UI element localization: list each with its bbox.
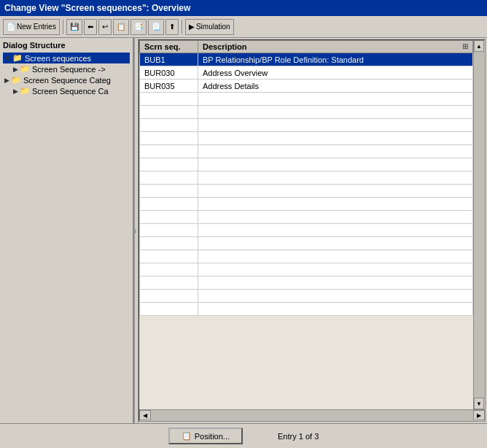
table-row[interactable] xyxy=(140,290,473,303)
table-row[interactable] xyxy=(140,250,473,263)
cell-description xyxy=(198,224,473,237)
cell-scrn-seq xyxy=(140,93,198,106)
table-row[interactable] xyxy=(140,93,473,106)
table-row[interactable] xyxy=(140,237,473,250)
upload-button[interactable]: ⬆ xyxy=(165,19,179,35)
paste-button[interactable]: 📃 xyxy=(148,19,164,35)
save2-button[interactable]: 📋 xyxy=(113,19,129,35)
table-row[interactable] xyxy=(140,106,473,119)
col-header-scrn-seq: Scrn seq. xyxy=(140,41,198,53)
folder-icon-4: 📁 xyxy=(20,86,30,96)
cell-scrn-seq xyxy=(140,132,198,145)
cell-scrn-seq xyxy=(140,158,198,171)
tree-item-screen-sequence-arrow[interactable]: ▶ 📁 Screen Sequence -> xyxy=(12,63,130,74)
dialog-structure-title: Dialog Structure xyxy=(3,41,130,50)
save-icon: 💾 xyxy=(70,23,79,31)
table-row[interactable] xyxy=(140,158,473,171)
toolbar-sep-2 xyxy=(182,20,182,34)
cell-scrn-seq xyxy=(140,224,198,237)
simulation-button[interactable]: ▶ Simulation xyxy=(185,19,234,35)
tree-arrow-3: ▶ xyxy=(4,77,9,84)
cell-scrn-seq xyxy=(140,211,198,224)
paste-icon: 📃 xyxy=(152,23,160,31)
table-row[interactable] xyxy=(140,277,473,290)
folder-icon-1: 📁 xyxy=(12,53,23,63)
table-row[interactable] xyxy=(140,145,473,158)
copy-button[interactable]: 📑 xyxy=(130,19,147,35)
scroll-left-btn[interactable]: ◀ xyxy=(139,410,151,420)
position-label: Position... xyxy=(195,432,230,441)
cell-description xyxy=(198,211,473,224)
cell-scrn-seq: BUR035 xyxy=(140,80,198,93)
cell-scrn-seq xyxy=(140,303,198,316)
cell-description xyxy=(198,277,473,290)
cell-scrn-seq: BUB1 xyxy=(140,53,198,66)
save-button[interactable]: 💾 xyxy=(66,19,82,35)
cell-description xyxy=(198,290,473,303)
table-row[interactable] xyxy=(140,211,473,224)
title-text: Change View "Screen sequences": Overview xyxy=(4,3,190,13)
forward-icon: ↩ xyxy=(102,23,108,31)
copy-icon: 📑 xyxy=(134,23,143,31)
table-row[interactable]: BUR030Address Overview xyxy=(140,66,473,80)
new-entries-button[interactable]: 📄 New Entries xyxy=(3,19,60,35)
table-row[interactable] xyxy=(140,198,473,211)
cell-description xyxy=(198,185,473,198)
cell-scrn-seq xyxy=(140,145,198,158)
tree-arrow-expand: ▼ xyxy=(4,55,11,62)
vertical-scrollbar[interactable]: ▲ ▼ xyxy=(473,40,485,409)
cell-description: Address Details xyxy=(198,80,473,93)
position-button[interactable]: 📋 Position... xyxy=(168,428,243,444)
cell-description xyxy=(198,198,473,211)
scroll-right-btn[interactable]: ▶ xyxy=(473,410,485,420)
tree-label-screen-sequences: Screen sequences xyxy=(25,54,91,63)
back-button[interactable]: ⬅ xyxy=(84,19,97,35)
col-header-description: Description ⊞ xyxy=(198,41,473,53)
cell-scrn-seq xyxy=(140,237,198,250)
scroll-down-btn[interactable]: ▼ xyxy=(474,398,484,409)
cell-scrn-seq xyxy=(140,198,198,211)
folder-icon-3: 📁 xyxy=(11,75,21,85)
back-icon: ⬅ xyxy=(87,23,93,31)
forward-button[interactable]: ↩ xyxy=(98,19,112,35)
table-row[interactable] xyxy=(140,132,473,145)
content-area: Scrn seq. Description ⊞ BUB1BP Relations… xyxy=(139,40,485,409)
col-resize-icon[interactable]: ⊞ xyxy=(462,42,468,50)
table-row[interactable]: BUB1BP Relationship/BP Role Definition: … xyxy=(140,53,473,66)
folder-icon-2: 📁 xyxy=(20,64,30,74)
entry-info: Entry 1 of 3 xyxy=(278,432,319,441)
simulation-label: Simulation xyxy=(196,23,230,31)
scroll-track-v[interactable] xyxy=(474,52,485,398)
tree-label-screen-sequence-ca: Screen Sequence Ca xyxy=(32,87,109,96)
tree-item-screen-sequence-categ[interactable]: ▶ 📁 Screen Sequence Categ xyxy=(3,74,130,85)
table-row[interactable] xyxy=(140,171,473,185)
table-row[interactable] xyxy=(140,119,473,132)
horizontal-scrollbar[interactable]: ◀ ▶ xyxy=(139,409,485,421)
title-bar: Change View "Screen sequences": Overview xyxy=(0,0,487,16)
tree-arrow-4: ▶ xyxy=(13,88,18,95)
tree-item-screen-sequences[interactable]: ▼ 📁 Screen sequences xyxy=(3,53,130,63)
cell-scrn-seq xyxy=(140,290,198,303)
cell-description xyxy=(198,237,473,250)
scroll-track-h[interactable] xyxy=(151,410,473,421)
scroll-up-btn[interactable]: ▲ xyxy=(474,40,484,52)
toolbar: 📄 New Entries 💾 ⬅ ↩ 📋 📑 📃 ⬆ ▶ Simulation xyxy=(0,16,487,38)
cell-scrn-seq xyxy=(140,277,198,290)
cell-scrn-seq: BUR030 xyxy=(140,66,198,80)
cell-scrn-seq xyxy=(140,119,198,132)
cell-scrn-seq xyxy=(140,263,198,277)
dialog-structure-panel: Dialog Structure ▼ 📁 Screen sequences ▶ … xyxy=(0,38,134,423)
cell-description xyxy=(198,263,473,277)
table-row[interactable] xyxy=(140,303,473,316)
table-row[interactable] xyxy=(140,224,473,237)
simulation-icon: ▶ xyxy=(189,23,195,31)
cell-description xyxy=(198,132,473,145)
cell-description xyxy=(198,171,473,185)
cell-scrn-seq xyxy=(140,185,198,198)
table-row[interactable] xyxy=(140,263,473,277)
table-row[interactable]: BUR035Address Details xyxy=(140,80,473,93)
cell-description: Address Overview xyxy=(198,66,473,80)
cell-scrn-seq xyxy=(140,106,198,119)
table-row[interactable] xyxy=(140,185,473,198)
tree-item-screen-sequence-ca[interactable]: ▶ 📁 Screen Sequence Ca xyxy=(12,85,130,96)
